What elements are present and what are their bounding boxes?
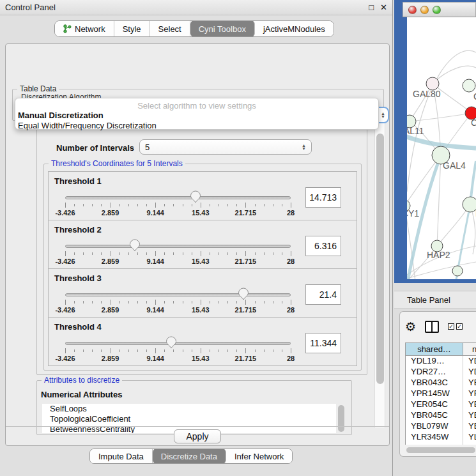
slider-thumb[interactable] [238,288,249,300]
panel-vertical-scrollbar[interactable] [374,122,385,427]
network-canvas[interactable]: GAL80GCGAL11GAL4GCY1HHAP2 [407,17,476,279]
attribute-list-item[interactable]: TopologicalCoefficient [42,414,336,424]
tab-label: Select [158,24,181,34]
threshold-slider[interactable]: -3.4262.8599.14415.4321.71528 [65,337,291,362]
threshold-slider[interactable]: -3.4262.8599.14415.4321.71528 [65,288,291,314]
threshold-row: Threshold 4-3.4262.8599.14415.4321.71528… [48,317,357,366]
column-header-shared[interactable]: shared… [406,343,463,355]
table-row[interactable]: YBL079WYBL0 [406,421,476,432]
slider-ticks [65,348,291,353]
network-node[interactable] [426,77,439,90]
network-node-label: GAL4 [443,160,466,171]
threshold-label: Threshold 4 [54,322,102,332]
network-node[interactable] [463,79,475,92]
threshold-value-field[interactable]: 14.713 [305,187,341,208]
table-row[interactable]: YDL19…YDL1 [406,356,476,367]
column-checkbox-icons[interactable]: ✓ ✓ [448,323,463,330]
gear-icon[interactable]: ⚙ [405,319,416,334]
dropdown-item-equal-width[interactable]: Equal Width/Frequency Discretization [15,121,378,131]
float-window-icon[interactable]: □ [369,3,374,12]
table-row[interactable]: YDR27…YDR2 [406,367,476,378]
settings-scroll-area: Interval Definition Number of Intervals … [10,122,387,427]
slider-thumb[interactable] [165,336,177,349]
column-header-name[interactable]: na [463,343,476,355]
threshold-value-field[interactable]: 11.344 [305,333,341,353]
table-panel: ⚙ ✓ ✓ shared… na YDL19…YDL1YDR27…YDR2YBR… [399,311,476,457]
dropdown-item-manual[interactable]: Manual Discretization [15,111,378,121]
combo-arrows-icon: ▲▼ [298,144,306,150]
network-node-label: GAL80 [413,89,441,99]
slider-track[interactable] [65,342,291,345]
table-cell: YDL1 [463,356,476,367]
table-cell: YDR27… [406,367,463,378]
zoom-traffic-light-icon[interactable] [433,6,441,14]
table-data-group-label: Table Data [17,84,59,93]
tab-impute-data[interactable]: Impute Data [90,449,153,463]
close-icon[interactable]: ✕ [380,3,387,12]
slider-thumb[interactable] [190,190,201,203]
table-cell: YLR345W [406,432,463,443]
tab-jactivemnodules[interactable]: jActiveMNodules [255,21,334,36]
threshold-value-field[interactable]: 21.4 [305,284,341,305]
network-node-label: GCY1 [407,208,419,219]
tab-cyni-toolbox[interactable]: Cyni Toolbox [190,20,255,37]
threshold-rows: Threshold 1-3.4262.8599.14415.4321.71528… [48,172,357,366]
tab-discretize-data[interactable]: Discretize Data [153,449,226,464]
threshold-coordinates-group: Threshold's Coordinates for 5 Intervals … [43,164,362,371]
close-traffic-light-icon[interactable] [408,6,417,14]
apply-strip: Apply [6,426,389,445]
tab-select[interactable]: Select [150,21,190,36]
slider-track[interactable] [65,245,291,248]
network-node[interactable] [463,197,476,212]
threshold-slider[interactable]: -3.4262.8599.14415.4321.71528 [65,240,291,265]
tab-label: Infer Network [234,452,284,461]
network-node-label: GAL11 [407,126,424,136]
network-window-titlebar [403,2,476,17]
number-of-intervals-value: 5 [145,142,298,152]
threshold-label: Threshold 2 [54,225,102,234]
slider-ticks [65,203,291,208]
slider-track[interactable] [65,293,291,296]
split-view-icon[interactable] [425,321,439,333]
slider-scale-labels: -3.4262.8599.14415.4321.71528 [65,209,291,217]
number-of-intervals-combo[interactable]: 5 ▲▼ [139,139,312,155]
network-node[interactable] [452,266,463,276]
slider-thumb[interactable] [129,239,141,252]
table-row[interactable]: YIL052CYIL0 [406,443,476,445]
table-row[interactable]: YLR345WYLR3 [406,432,476,443]
table-rows: YDL19…YDL1YDR27…YDR2YBR043CYBR0YPR145WYP… [406,356,476,445]
tab-label: Network [75,24,105,34]
bottom-tab-bar: Impute Data Discretize Data Infer Networ… [89,449,293,464]
tab-label: Style [123,24,141,34]
table-horizontal-scrollbar[interactable] [405,447,476,454]
tab-infer-network[interactable]: Infer Network [226,449,292,463]
control-panel-titlebar: Control Panel □ ✕ [0,0,392,15]
table-panel-toolbar: ⚙ ✓ ✓ [405,316,475,337]
tab-label: Impute Data [98,452,144,461]
algorithm-dropdown-popup: Select algorithm to view settings Manual… [15,98,379,130]
minimize-traffic-light-icon[interactable] [420,6,429,14]
checkbox-icon: ✓ [456,323,463,330]
threshold-value-field[interactable]: 6.316 [305,236,341,256]
apply-button[interactable]: Apply [174,429,220,443]
threshold-label: Threshold 1 [54,176,102,186]
threshold-slider[interactable]: -3.4262.8599.14415.4321.71528 [65,191,291,217]
attribute-list-item[interactable]: SelfLoops [42,404,336,414]
table-cell: YBL079W [406,421,463,432]
table-row[interactable]: YER054CYER0 [406,399,476,410]
number-of-intervals-label: Number of Intervals [56,143,134,153]
network-view-window: GAL80GCGAL11GAL4GCY1HHAP2 [394,0,476,283]
tab-network[interactable]: Network [55,21,114,36]
threshold-row: Threshold 3-3.4262.8599.14415.4321.71528… [48,268,357,318]
table-cell: YER0 [463,399,476,410]
table-row[interactable]: YBR043CYBR0 [406,378,476,388]
node-table[interactable]: shared… na YDL19…YDL1YDR27…YDR2YBR043CYB… [405,342,476,445]
slider-track[interactable] [65,196,291,199]
table-cell: YBR045C [406,410,463,421]
table-row[interactable]: YPR145WYPR1 [406,388,476,399]
checkbox-icon: ✓ [448,323,454,330]
table-row[interactable]: YBR045CYBR0 [406,410,476,421]
table-cell: YBL0 [463,421,476,432]
table-panel-header: Table Panel [394,291,476,309]
tab-style[interactable]: Style [114,21,150,36]
